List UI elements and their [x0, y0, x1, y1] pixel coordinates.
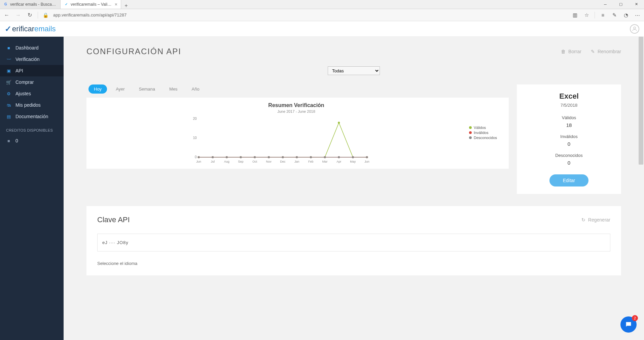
regenerate-label: Regenerar — [588, 217, 610, 223]
delete-button[interactable]: 🗑Borrar — [561, 49, 581, 54]
close-window-button[interactable]: ✕ — [629, 0, 644, 9]
rename-button[interactable]: ✎Renombrar — [591, 49, 621, 54]
tab-month[interactable]: Mes — [164, 84, 183, 94]
svg-point-46 — [240, 156, 242, 158]
favorite-icon[interactable]: ☆ — [583, 12, 590, 19]
stats-title: Excel — [524, 92, 614, 101]
legend-label: Válidos — [474, 126, 486, 130]
sidebar-item-api[interactable]: ▣API — [0, 65, 64, 76]
svg-text:20: 20 — [193, 117, 197, 121]
main-content: CONFIGURACIÓN API 🗑Borrar ✎Renombrar Tod… — [64, 21, 644, 340]
sidebar: ■Dashboard 〰Verificación ▣API 🛒Comprar ⚙… — [0, 21, 64, 340]
logo-text-2: emails — [34, 25, 56, 33]
chat-button[interactable]: 2 — [620, 316, 637, 333]
action-label: Renombrar — [598, 49, 621, 54]
svg-point-53 — [338, 156, 340, 158]
app-favicon: ✓ — [64, 2, 69, 7]
maximize-button[interactable]: ▢ — [613, 0, 629, 9]
url-field[interactable]: app.verificaremails.com/api/api/71287 — [53, 12, 567, 18]
close-tab-icon[interactable]: × — [115, 2, 117, 7]
sidebar-item-settings[interactable]: ⚙Ajustes — [0, 88, 64, 99]
svg-text:Jun: Jun — [364, 160, 369, 163]
edit-icon: ✎ — [591, 49, 595, 54]
svg-point-50 — [296, 156, 298, 158]
stat-label: Inválidos — [524, 134, 614, 139]
tab-active[interactable]: ✓ verificaremails – Validan × — [61, 0, 121, 9]
svg-text:Jul: Jul — [211, 160, 215, 163]
chart-subtitle: June 2017 - June 2018 — [90, 109, 503, 113]
tab-inactive[interactable]: G verificar emails - Buscar con — [0, 0, 61, 9]
stat-label: Válidos — [524, 115, 614, 120]
svg-text:10: 10 — [193, 136, 197, 140]
google-favicon: G — [3, 2, 8, 7]
svg-point-0 — [634, 27, 636, 29]
sidebar-item-label: Dashboard — [15, 45, 39, 50]
sidebar-item-docs[interactable]: ▤Documentación — [0, 111, 64, 122]
time-tabs: Hoy Ayer Semana Mes Año — [86, 84, 509, 98]
svg-text:May: May — [350, 160, 356, 163]
stat-value: 18 — [524, 122, 614, 128]
svg-text:0: 0 — [195, 155, 197, 159]
sidebar-item-label: API — [15, 68, 23, 73]
dashboard-icon: ■ — [6, 45, 11, 50]
sidebar-item-verification[interactable]: 〰Verificación — [0, 54, 64, 65]
api-key-title: Clave API — [97, 215, 130, 224]
browser-tab-bar: G verificar emails - Buscar con ✓ verifi… — [0, 0, 644, 9]
action-label: Borrar — [568, 49, 581, 54]
tab-title: verificar emails - Buscar con — [10, 2, 57, 7]
language-label: Seleccione el idioma — [97, 261, 610, 266]
svg-text:Dec: Dec — [280, 160, 286, 163]
scrollbar[interactable] — [639, 37, 643, 165]
back-button[interactable]: ← — [3, 12, 10, 19]
refresh-icon: ↻ — [581, 217, 585, 223]
tab-year[interactable]: Año — [186, 84, 205, 94]
reading-view-icon[interactable]: ▥ — [572, 12, 578, 19]
stat-label: Desconocidos — [524, 153, 614, 158]
window-controls: ─ ▢ ✕ — [598, 0, 644, 9]
logo[interactable]: ✓erificaremails — [5, 24, 56, 34]
sidebar-item-buy[interactable]: 🛒Comprar — [0, 76, 64, 88]
edit-button[interactable]: Editar — [549, 174, 589, 186]
chart-title: Resumen Verificación — [90, 102, 503, 108]
sidebar-item-label: Verificación — [15, 57, 40, 62]
lock-icon[interactable]: 🔒 — [43, 12, 48, 18]
legend-item[interactable]: Desconocidos — [469, 136, 503, 140]
stat-value: 0 — [524, 160, 614, 166]
new-tab-button[interactable]: + — [121, 3, 131, 9]
refresh-button[interactable]: ↻ — [26, 12, 33, 19]
verify-icon: 〰 — [6, 57, 11, 62]
svg-point-51 — [310, 156, 312, 158]
filter-select[interactable]: Todas — [328, 66, 380, 75]
page-title: CONFIGURACIÓN API — [86, 47, 181, 56]
api-key-box[interactable]: eJ ···· JO8y — [97, 234, 610, 251]
legend-item[interactable]: Válidos — [469, 126, 503, 130]
legend-item[interactable]: Inválidos — [469, 131, 503, 135]
sidebar-item-orders[interactable]: 🛍Mis pedidos — [0, 99, 64, 111]
chart-legend: VálidosInválidosDesconocidos — [469, 117, 503, 164]
regenerate-button[interactable]: ↻Regenerar — [581, 217, 610, 223]
svg-text:Oct: Oct — [252, 160, 257, 163]
chat-badge: 2 — [632, 315, 638, 321]
divider — [38, 12, 38, 19]
app-header: ✓erificaremails — [0, 21, 644, 37]
sidebar-item-dashboard[interactable]: ■Dashboard — [0, 42, 64, 54]
hub-icon[interactable]: ≡ — [600, 12, 606, 19]
svg-text:Mar: Mar — [322, 160, 328, 163]
tab-week[interactable]: Semana — [134, 84, 160, 94]
avatar[interactable] — [630, 24, 639, 34]
minimize-button[interactable]: ─ — [598, 0, 613, 9]
more-icon[interactable]: ⋯ — [634, 12, 641, 19]
trash-icon: 🗑 — [561, 49, 566, 54]
svg-point-54 — [352, 156, 354, 158]
sidebar-credits[interactable]: ■0 — [0, 135, 64, 146]
legend-label: Inválidos — [474, 131, 488, 135]
svg-text:Nov: Nov — [266, 160, 272, 163]
svg-text:Jun: Jun — [196, 160, 201, 163]
notes-icon[interactable]: ✎ — [611, 12, 618, 19]
forward-button[interactable]: → — [15, 12, 22, 19]
sidebar-item-label: Documentación — [15, 114, 48, 119]
tab-today[interactable]: Hoy — [88, 84, 107, 94]
tab-yesterday[interactable]: Ayer — [110, 84, 130, 94]
share-icon[interactable]: ◔ — [622, 12, 629, 19]
gear-icon: ⚙ — [6, 91, 11, 96]
